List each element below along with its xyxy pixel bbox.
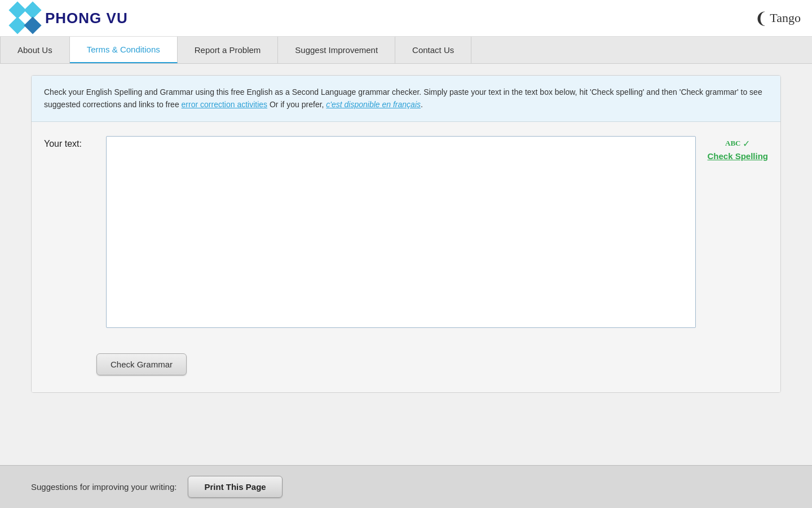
error-correction-link[interactable]: error correction activities <box>182 100 268 109</box>
header: PHONG VU ❨ Tango <box>0 0 812 37</box>
text-section: Your text: ABC ✓ Check Spelling <box>32 122 780 344</box>
check-grammar-button[interactable]: Check Grammar <box>96 353 187 375</box>
content-box: Check your English Spelling and Grammar … <box>31 75 781 393</box>
nav-item-report-problem[interactable]: Report a Problem <box>178 37 279 63</box>
nav-item-contact-us[interactable]: Contact Us <box>395 37 471 63</box>
tango-label: Tango <box>770 11 801 25</box>
main-content: Check your English Spelling and Grammar … <box>0 64 812 404</box>
textarea-wrapper <box>106 136 696 330</box>
checkmark-icon: ✓ <box>743 138 750 149</box>
tango-logo: ❨ Tango <box>754 9 801 28</box>
print-button[interactable]: Print This Page <box>188 476 282 498</box>
abc-icon: ABC <box>725 139 740 148</box>
check-spelling-area: ABC ✓ Check Spelling <box>707 136 768 161</box>
diamond-4 <box>24 16 41 34</box>
logo-text: PHONG VU <box>45 10 128 27</box>
logo-diamonds <box>11 4 39 32</box>
your-text-label: Your text: <box>44 136 95 149</box>
logo-container: PHONG VU <box>11 4 128 32</box>
check-spelling-button[interactable]: Check Spelling <box>707 151 768 161</box>
text-input[interactable] <box>106 136 696 328</box>
suggestions-label: Suggestions for improving your writing: <box>31 482 176 492</box>
nav-bar: About Us Terms & Conditions Report a Pro… <box>0 37 812 64</box>
nav-item-suggest-improvement[interactable]: Suggest Improvement <box>278 37 395 63</box>
grammar-section: Check Grammar <box>32 344 780 392</box>
info-text-2: Or if you prefer, <box>267 100 326 109</box>
info-text-3: . <box>421 100 423 109</box>
check-spelling-icon: ABC ✓ <box>725 138 750 149</box>
tango-bird-icon: ❨ <box>754 9 767 28</box>
french-link[interactable]: c'est disponible en français <box>326 100 421 109</box>
footer-bar: Suggestions for improving your writing: … <box>0 465 812 508</box>
nav-item-terms-conditions[interactable]: Terms & Conditions <box>70 37 178 63</box>
nav-item-about-us[interactable]: About Us <box>0 37 70 63</box>
info-banner: Check your English Spelling and Grammar … <box>32 76 780 122</box>
